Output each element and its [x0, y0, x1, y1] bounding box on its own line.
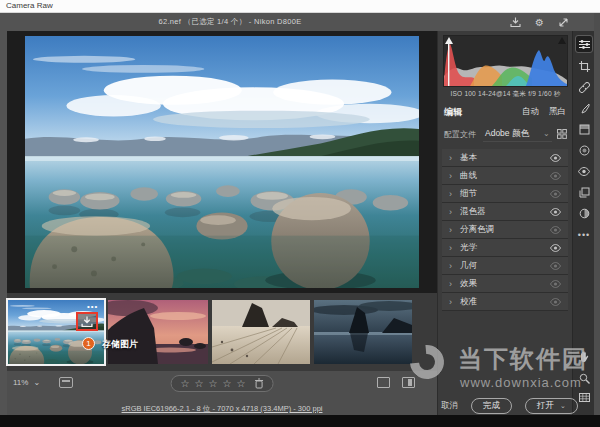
tool-strip: •••	[572, 31, 594, 415]
save-image-icon[interactable]	[509, 16, 522, 29]
chevron-right-icon: ›	[449, 171, 452, 181]
eye-icon[interactable]	[550, 154, 561, 162]
split-view-icon[interactable]	[402, 377, 415, 388]
edit-panel-title: 编辑	[444, 106, 462, 119]
preview-settings-icon[interactable]	[59, 377, 73, 388]
section-split-toning[interactable]: › 分离色调	[442, 221, 568, 239]
os-title-bar: Camera Raw	[0, 0, 600, 13]
thumbnail-more-icon[interactable]: •••	[87, 302, 98, 311]
eye-icon[interactable]	[550, 244, 561, 252]
camera-raw-dialog: 62.nef （已选定 1/4 个） - Nikon D800E ⚙	[0, 13, 600, 427]
star-icon[interactable]: ☆	[195, 376, 204, 391]
section-list: › 基本 › 曲线 › 细节 › 混色器	[442, 149, 568, 311]
top-toolbar: 62.nef （已选定 1/4 个） - Nikon D800E ⚙	[0, 13, 600, 31]
save-image-tooltip: 存储图片	[102, 338, 138, 351]
document-title: 62.nef （已选定 1/4 个） - Nikon D800E	[0, 17, 460, 27]
zoom-level-value: 11%	[13, 378, 28, 387]
eye-icon[interactable]	[550, 226, 561, 234]
filmstrip: ••• 1 存储图片	[7, 293, 437, 371]
cancel-button[interactable]: 取消	[441, 400, 458, 412]
snapshots-icon[interactable]	[576, 184, 592, 200]
profile-label: 配置文件	[444, 129, 476, 140]
hand-icon[interactable]	[576, 348, 592, 364]
chevron-right-icon: ›	[449, 243, 452, 253]
exif-info: ISO 100 14-24@14 毫米 f/9 1/60 秒	[438, 90, 573, 99]
dialog-actions: 取消 完成 打开 ⌄	[437, 398, 597, 414]
app-title: Camera Raw	[6, 1, 53, 10]
image-canvas[interactable]	[7, 31, 437, 293]
healing-icon[interactable]	[576, 79, 592, 95]
brush-icon[interactable]	[576, 100, 592, 116]
star-icon[interactable]: ☆	[209, 376, 218, 391]
zoom-level-select[interactable]: 11% ⌄	[13, 378, 40, 387]
section-optics[interactable]: › 光学	[442, 239, 568, 257]
workflow-options-bar: sRGB IEC61966-2.1 - 8 位 - 7070 x 4718 (3…	[7, 397, 437, 415]
highlight-clipping-icon[interactable]	[558, 37, 566, 44]
open-button[interactable]: 打开 ⌄	[525, 398, 578, 414]
chevron-right-icon: ›	[449, 261, 452, 271]
star-icon[interactable]: ☆	[181, 376, 190, 391]
filmstrip-thumbnail-4[interactable]	[314, 300, 412, 364]
settings-gear-icon[interactable]: ⚙	[533, 16, 546, 29]
presets-icon[interactable]	[576, 205, 592, 221]
black-white-button[interactable]: 黑白	[549, 106, 566, 118]
window-frame-edge	[594, 13, 600, 415]
star-rating-control: ☆ ☆ ☆ ☆ ☆	[171, 375, 274, 392]
graduated-filter-icon[interactable]	[576, 121, 592, 137]
chevron-down-icon: ⌄	[560, 402, 566, 410]
zoom-tool-icon[interactable]	[576, 370, 592, 386]
chevron-right-icon: ›	[449, 153, 452, 163]
toggle-fullscreen-icon[interactable]	[557, 16, 570, 29]
filmstrip-thumbnail-2[interactable]	[108, 300, 208, 364]
status-bar: 11% ⌄ ☆ ☆ ☆ ☆ ☆	[7, 371, 437, 397]
chevron-right-icon: ›	[449, 279, 452, 289]
section-color-mixer[interactable]: › 混色器	[442, 203, 568, 221]
eye-icon[interactable]	[550, 298, 561, 306]
histogram[interactable]	[443, 35, 568, 87]
save-image-highlight[interactable]	[76, 312, 98, 331]
profile-select[interactable]: Adobe 颜色 ⌄	[483, 127, 552, 142]
star-icon[interactable]: ☆	[222, 376, 231, 391]
workflow-options-link[interactable]: sRGB IEC61966-2.1 - 8 位 - 7070 x 4718 (3…	[122, 404, 323, 413]
chevron-down-icon: ⌄	[543, 129, 550, 138]
section-geometry[interactable]: › 几何	[442, 257, 568, 275]
profile-browser-grid-icon[interactable]	[557, 125, 567, 143]
chevron-down-icon: ⌄	[33, 378, 40, 387]
reject-trash-icon[interactable]	[254, 375, 263, 393]
chevron-right-icon: ›	[449, 225, 452, 235]
chevron-right-icon: ›	[449, 189, 452, 199]
eye-icon[interactable]	[550, 208, 561, 216]
chevron-right-icon: ›	[449, 297, 452, 307]
before-after-view-icon[interactable]	[377, 377, 390, 388]
crop-icon[interactable]	[576, 58, 592, 74]
preview-photo[interactable]	[25, 36, 419, 288]
radial-filter-icon[interactable]	[576, 142, 592, 158]
eye-icon[interactable]	[550, 280, 561, 288]
red-eye-icon[interactable]	[576, 163, 592, 179]
chevron-right-icon: ›	[449, 207, 452, 217]
more-icon[interactable]: •••	[576, 227, 592, 243]
edit-panel: ISO 100 14-24@14 毫米 f/9 1/60 秒 编辑 自动 黑白 …	[437, 31, 572, 415]
eye-icon[interactable]	[550, 190, 561, 198]
profile-value: Adobe 颜色	[485, 128, 529, 140]
section-detail[interactable]: › 细节	[442, 185, 568, 203]
section-effects[interactable]: › 效果	[442, 275, 568, 293]
section-basic[interactable]: › 基本	[442, 149, 568, 167]
filmstrip-thumbnail-3[interactable]	[212, 300, 310, 364]
edit-sliders-icon[interactable]	[576, 36, 592, 52]
section-curves[interactable]: › 曲线	[442, 167, 568, 185]
done-button[interactable]: 完成	[471, 398, 512, 414]
star-icon[interactable]: ☆	[236, 376, 245, 391]
camera-raw-window: Camera Raw 62.nef （已选定 1/4 个） - Nikon D8…	[0, 0, 600, 427]
auto-button[interactable]: 自动	[522, 106, 539, 118]
bottom-strip	[0, 415, 600, 427]
eye-icon[interactable]	[550, 262, 561, 270]
shadow-clipping-icon[interactable]	[445, 37, 453, 44]
callout-badge: 1	[82, 337, 95, 350]
section-calibration[interactable]: › 校准	[442, 293, 568, 311]
eye-icon[interactable]	[550, 172, 561, 180]
